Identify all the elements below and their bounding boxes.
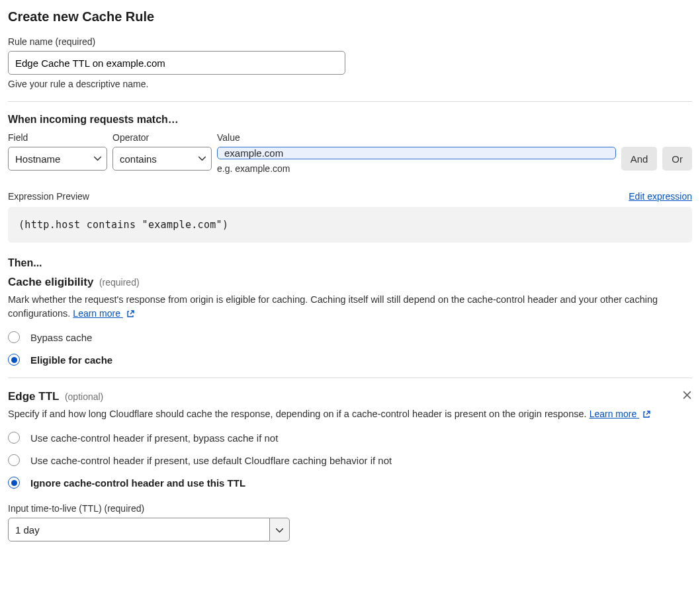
rule-name-label: Rule name (required) <box>8 36 692 47</box>
field-select[interactable]: Hostname <box>8 147 107 171</box>
page-title: Create new Cache Rule <box>8 9 692 24</box>
radio-ignore-cc[interactable] <box>8 477 20 489</box>
operator-select[interactable]: contains <box>112 147 212 171</box>
external-link-icon <box>642 410 651 419</box>
ttl-select[interactable]: 1 day <box>8 518 270 541</box>
chevron-down-icon <box>198 157 206 161</box>
then-heading: Then... <box>8 257 692 269</box>
value-label: Value <box>217 132 616 143</box>
ttl-select-value: 1 day <box>15 524 40 536</box>
edit-expression-link[interactable]: Edit expression <box>629 191 692 202</box>
match-heading: When incoming requests match… <box>8 114 692 126</box>
rule-name-help: Give your rule a descriptive name. <box>8 79 692 89</box>
edge-ttl-desc: Specify if and how long Cloudflare shoul… <box>8 409 587 419</box>
ttl-dropdown-button[interactable] <box>270 518 290 541</box>
operator-select-value: contains <box>120 153 157 165</box>
and-button[interactable]: And <box>621 147 658 171</box>
edge-ttl-learn-more-link[interactable]: Learn more <box>590 409 651 419</box>
edge-ttl-optional-tag: (optional) <box>65 391 103 402</box>
expression-preview: (http.host contains "example.com") <box>8 207 692 243</box>
radio-bypass-cache[interactable] <box>8 331 20 343</box>
or-button[interactable]: Or <box>662 147 692 171</box>
field-select-value: Hostname <box>15 153 60 165</box>
close-icon[interactable] <box>682 390 692 403</box>
expression-label: Expression Preview <box>8 191 89 202</box>
value-hint: e.g. example.com <box>217 163 616 174</box>
external-link-icon <box>126 309 135 319</box>
radio-ignore-cc-label: Ignore cache-control header and use this… <box>30 477 245 489</box>
radio-eligible-for-cache-label: Eligible for cache <box>30 354 112 366</box>
eligibility-learn-more-link[interactable]: Learn more <box>73 308 134 319</box>
radio-bypass-cache-label: Bypass cache <box>30 332 92 343</box>
radio-cc-default-label: Use cache-control header if present, use… <box>30 455 392 466</box>
ttl-label: Input time-to-live (TTL) (required) <box>8 503 692 514</box>
eligibility-title: Cache eligibility <box>8 276 93 288</box>
edge-ttl-title: Edge TTL <box>8 390 59 403</box>
chevron-down-icon <box>94 157 101 161</box>
eligibility-required-tag: (required) <box>99 277 140 288</box>
value-input[interactable] <box>217 147 616 159</box>
operator-label: Operator <box>112 132 212 143</box>
radio-cc-default[interactable] <box>8 454 20 466</box>
field-label: Field <box>8 132 107 143</box>
chevron-down-icon <box>276 524 283 536</box>
radio-cc-bypass-label: Use cache-control header if present, byp… <box>30 432 278 444</box>
rule-name-input[interactable] <box>8 51 345 75</box>
radio-eligible-for-cache[interactable] <box>8 354 20 366</box>
radio-cc-bypass[interactable] <box>8 432 20 444</box>
